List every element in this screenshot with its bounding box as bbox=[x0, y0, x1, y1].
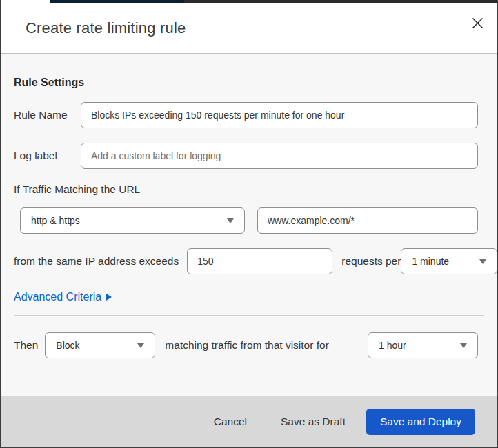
advanced-criteria-label: Advanced Criteria bbox=[14, 291, 101, 303]
chevron-down-icon bbox=[460, 343, 467, 348]
chevron-down-icon bbox=[479, 259, 486, 264]
url-pattern-input[interactable] bbox=[257, 207, 478, 234]
chevron-down-icon bbox=[227, 218, 234, 223]
dialog-header: Create rate limiting rule bbox=[1, 3, 497, 54]
log-label-input[interactable] bbox=[81, 143, 478, 169]
then-label: Then bbox=[14, 339, 38, 352]
dialog-body: Rule Settings Rule Name Log label If Tra… bbox=[1, 54, 497, 396]
action-select-value: Block bbox=[56, 340, 79, 351]
url-match-row: http & https bbox=[20, 207, 478, 234]
rule-name-row: Rule Name bbox=[14, 102, 484, 128]
save-and-deploy-button[interactable]: Save and Deploy bbox=[366, 409, 475, 435]
log-label-row: Log label bbox=[14, 143, 484, 169]
caret-right-icon bbox=[106, 294, 112, 301]
threshold-row: from the same IP address exceeds request… bbox=[14, 248, 478, 274]
action-select[interactable]: Block bbox=[45, 332, 155, 358]
period-select-value: 1 minute bbox=[412, 256, 449, 267]
rule-name-label: Rule Name bbox=[14, 109, 81, 121]
log-label-label: Log label bbox=[14, 150, 81, 162]
duration-select[interactable]: 1 hour bbox=[368, 332, 478, 358]
cancel-button[interactable]: Cancel bbox=[211, 410, 250, 434]
dialog-footer: Cancel Save as Draft Save and Deploy bbox=[1, 396, 497, 447]
requests-per-text: requests per bbox=[341, 255, 401, 267]
requests-count-input[interactable] bbox=[187, 248, 332, 274]
rule-name-input[interactable] bbox=[81, 102, 478, 128]
scheme-select-value: http & https bbox=[31, 215, 80, 226]
dialog-title: Create rate limiting rule bbox=[26, 19, 186, 37]
close-button[interactable] bbox=[468, 13, 487, 32]
traffic-match-heading: If Traffic Matching the URL bbox=[14, 183, 484, 196]
section-divider bbox=[14, 315, 484, 316]
rule-settings-heading: Rule Settings bbox=[14, 77, 484, 89]
chevron-down-icon bbox=[137, 343, 144, 348]
threshold-prefix-text: from the same IP address exceeds bbox=[14, 255, 179, 267]
save-as-draft-button[interactable]: Save as Draft bbox=[278, 410, 348, 434]
close-icon bbox=[472, 17, 484, 29]
rate-limit-modal: Create rate limiting rule Rule Settings … bbox=[0, 0, 498, 448]
period-select[interactable]: 1 minute bbox=[401, 248, 497, 274]
duration-select-value: 1 hour bbox=[379, 340, 406, 351]
action-middle-text: matching traffic from that visitor for bbox=[165, 339, 328, 352]
action-row: Then Block matching traffic from that vi… bbox=[14, 332, 484, 358]
scheme-select[interactable]: http & https bbox=[20, 207, 245, 234]
advanced-criteria-link[interactable]: Advanced Criteria bbox=[14, 291, 112, 303]
